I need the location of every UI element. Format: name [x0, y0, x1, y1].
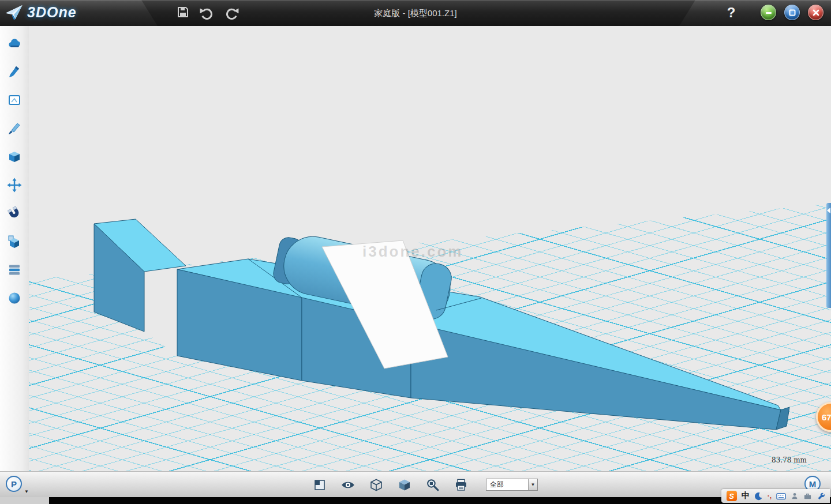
- p-dropdown-caret[interactable]: ▼: [24, 489, 29, 494]
- logo-text: 3DOne: [27, 4, 77, 21]
- print-button[interactable]: [451, 475, 471, 495]
- material-sphere-icon: [7, 291, 22, 306]
- sidebar-brush-tool[interactable]: [6, 64, 23, 80]
- titlebar: 3DOne: [0, 0, 831, 26]
- datum-plane-icon: [313, 478, 327, 492]
- sidebar-sketch-tool[interactable]: [6, 92, 23, 108]
- zoom-icon: [425, 477, 440, 492]
- print-icon: [454, 478, 468, 492]
- cloud-tool-icon: [7, 36, 22, 51]
- window-title: 家庭版 - [模型001.Z1]: [0, 0, 831, 26]
- fullwidth-moon-icon[interactable]: [754, 492, 763, 501]
- undo-button[interactable]: [199, 3, 216, 21]
- minimize-icon: [765, 9, 773, 17]
- shaded-cube-icon: [398, 478, 411, 492]
- undo-icon: [200, 5, 215, 20]
- sidebar-trim-tool[interactable]: [6, 121, 23, 136]
- app-logo: 3DOne: [5, 2, 77, 22]
- p-quick-button[interactable]: P: [6, 476, 22, 492]
- close-icon: [812, 9, 820, 17]
- toolbox-icon[interactable]: [803, 492, 812, 500]
- bottom-black-strip: [0, 497, 831, 504]
- collapsed-panel-tab[interactable]: [826, 203, 831, 308]
- viewport-canvas[interactable]: i3done.com 83.78 mm 67: [29, 26, 831, 471]
- magnet-tool-icon: [7, 206, 22, 221]
- left-toolbar: [0, 26, 29, 471]
- sidebar-move-tool[interactable]: [6, 177, 23, 193]
- close-button[interactable]: [808, 5, 823, 20]
- move-tool-icon: [7, 178, 22, 193]
- restore-button[interactable]: [784, 5, 800, 20]
- ime-mode-toggle[interactable]: 中: [742, 491, 750, 501]
- visibility-button[interactable]: [338, 475, 358, 495]
- sidebar-combine-tool[interactable]: [6, 234, 23, 249]
- sketch-tool-icon: [7, 93, 22, 108]
- view-filter-value: 全部: [486, 479, 528, 490]
- trim-tool-icon: [7, 121, 22, 136]
- section-tool-icon: [7, 262, 22, 277]
- redo-icon: [224, 5, 239, 20]
- save-button[interactable]: [174, 3, 192, 21]
- wireframe-cube-icon: [369, 478, 383, 492]
- sogou-logo[interactable]: S: [727, 491, 737, 501]
- punctuation-icon[interactable]: ·,: [768, 492, 772, 500]
- 3done-app-window: 3DOne: [0, 0, 831, 504]
- combine-tool-icon: [7, 234, 22, 249]
- soft-keyboard-icon[interactable]: [776, 492, 786, 501]
- sidebar-magnet-tool[interactable]: [6, 205, 23, 221]
- minimize-button[interactable]: [761, 5, 776, 20]
- view-filter-arrow[interactable]: ▼: [528, 479, 537, 490]
- shaded-view-button[interactable]: [394, 475, 414, 495]
- ime-status-bar: S 中 ·,: [721, 489, 830, 503]
- dimension-label: 83.78 mm: [772, 456, 807, 464]
- view-tools: 全部 ▼: [309, 475, 538, 495]
- paper-plane-icon: [5, 2, 24, 22]
- sidebar-material-tool[interactable]: [6, 290, 23, 306]
- brush-tool-icon: [7, 65, 22, 80]
- zoom-button[interactable]: [422, 475, 443, 495]
- save-icon: [176, 5, 190, 19]
- visibility-eye-icon: [340, 477, 355, 492]
- wrench-icon[interactable]: [817, 492, 825, 500]
- restore-icon: [788, 9, 796, 17]
- primitive-cube-icon: [7, 149, 22, 164]
- datum-plane-button[interactable]: [309, 475, 330, 495]
- view-filter-select[interactable]: 全部 ▼: [486, 479, 538, 491]
- user-icon[interactable]: [791, 492, 799, 500]
- sidebar-solid-tool[interactable]: [6, 149, 23, 164]
- window-controls: [761, 5, 823, 20]
- sidebar-section-tool[interactable]: [6, 262, 23, 277]
- model-3d-view[interactable]: [29, 26, 831, 471]
- help-button[interactable]: ?: [723, 3, 740, 22]
- redo-button[interactable]: [223, 3, 240, 21]
- bottom-toolbar: P ▼: [0, 471, 831, 497]
- sidebar-cloud-tool[interactable]: [6, 36, 23, 51]
- titlebar-toolbar: [174, 3, 240, 21]
- wireframe-view-button[interactable]: [366, 475, 386, 495]
